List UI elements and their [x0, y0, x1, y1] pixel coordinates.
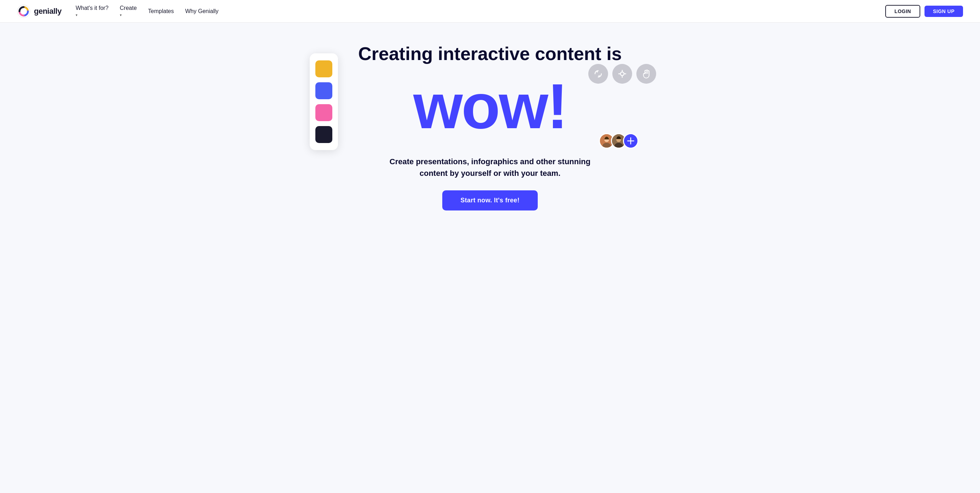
nav-item-templates[interactable]: Templates	[148, 8, 174, 14]
cursor-icon	[612, 64, 632, 84]
wow-text: wow!	[413, 75, 567, 138]
login-button[interactable]: LOGIN	[885, 5, 920, 17]
logo-icon	[17, 5, 30, 18]
logo[interactable]: genially	[17, 5, 62, 18]
logo-wordmark: genially	[34, 7, 62, 16]
color-swatch-dark	[315, 126, 332, 143]
nav-links: What's it for? ▾ Create ▾ Templates Why …	[76, 5, 218, 17]
nav-item-whatsitfor[interactable]: What's it for? ▾	[76, 5, 108, 17]
nav-item-create[interactable]: Create ▾	[120, 5, 137, 17]
color-swatch-yellow	[315, 60, 332, 77]
hero-title: Creating interactive content is	[358, 44, 622, 64]
chevron-down-icon: ▾	[120, 13, 122, 17]
wow-container: wow!	[331, 75, 649, 138]
nav-link-create[interactable]: Create	[120, 5, 137, 11]
nav-link-templates[interactable]: Templates	[148, 8, 174, 14]
nav-item-why[interactable]: Why Genially	[185, 8, 218, 14]
navbar-left: genially What's it for? ▾ Create ▾ Templ…	[17, 5, 218, 18]
nav-link-why[interactable]: Why Genially	[185, 8, 218, 14]
svg-point-3	[620, 72, 624, 76]
color-swatch-pink	[315, 104, 332, 121]
avatar-add-button[interactable]	[623, 133, 638, 149]
hand-icon	[636, 64, 656, 84]
color-panel	[310, 53, 338, 150]
navbar-right: LOGIN SIGN UP	[885, 5, 963, 17]
rotate-icon	[588, 64, 608, 84]
cta-button[interactable]: Start now. It's free!	[442, 190, 538, 211]
color-swatch-blue	[315, 82, 332, 99]
svg-point-2	[22, 10, 25, 13]
chevron-down-icon: ▾	[76, 13, 78, 17]
hero-subtitle: Create presentations, infographics and o…	[377, 156, 603, 179]
nav-link-whatsitfor[interactable]: What's it for?	[76, 5, 108, 11]
signup-button[interactable]: SIGN UP	[924, 6, 963, 17]
interaction-icons	[588, 64, 656, 84]
avatar-group	[599, 133, 638, 149]
navbar: genially What's it for? ▾ Create ▾ Templ…	[0, 0, 980, 22]
hero-section: Creating interactive content is wow!	[0, 22, 980, 493]
